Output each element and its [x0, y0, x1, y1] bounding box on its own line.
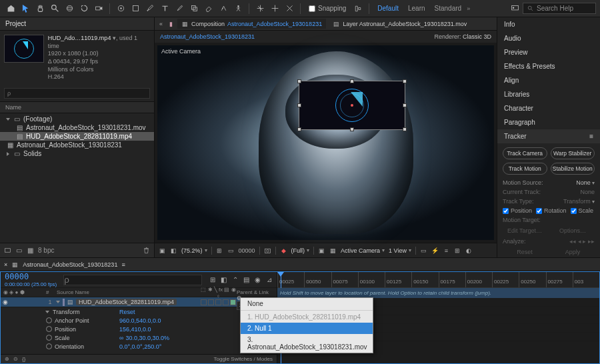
snapping-checkbox[interactable]: Snapping: [309, 5, 346, 12]
bit-depth[interactable]: 8 bpc: [38, 247, 54, 254]
time-ruler[interactable]: 0002500050 0007500100 0012500150 0017500…: [277, 272, 599, 288]
panbehind-tool-icon[interactable]: [114, 2, 127, 15]
shape-tool-icon[interactable]: [129, 2, 142, 15]
alpha-icon[interactable]: ▣: [159, 247, 166, 254]
position-checkbox[interactable]: Position: [503, 207, 532, 214]
folder-solids[interactable]: ▭Solids: [0, 149, 154, 158]
stabilize-motion-button[interactable]: Stabilize Motion: [551, 163, 595, 175]
new-folder-icon[interactable]: ▭: [15, 247, 23, 254]
workspace-standard[interactable]: Standard: [435, 5, 462, 12]
camera-tool-icon[interactable]: [92, 2, 105, 15]
edit-target-button[interactable]: Edit Target…: [503, 226, 547, 235]
orbit-tool-icon[interactable]: [63, 2, 76, 15]
snapshot-icon[interactable]: [264, 247, 271, 254]
draft3d-icon[interactable]: ◧: [170, 247, 177, 254]
comp-item[interactable]: ▦Astronaut_AdobeStock_193018231: [0, 141, 154, 149]
sync-settings-icon[interactable]: [508, 2, 521, 15]
motion-source-dropdown[interactable]: None: [576, 179, 595, 186]
prop-orientation[interactable]: Orientation0.0°,0.0°,250.0°: [1, 342, 277, 351]
help-search[interactable]: Search Help: [523, 3, 596, 14]
project-search-input[interactable]: [4, 88, 150, 99]
hand-tool-icon[interactable]: [33, 2, 47, 15]
apply-button[interactable]: Apply: [551, 247, 595, 257]
layer-tab[interactable]: ▤Layer Astronaut_AdobeStock_193018231.mo…: [329, 19, 471, 29]
track-type-dropdown[interactable]: Transform: [563, 198, 595, 205]
track-camera-button[interactable]: Track Camera: [503, 147, 547, 159]
puppet-tool-icon[interactable]: [231, 2, 245, 15]
flowchart-icon[interactable]: ⊞: [454, 247, 461, 254]
clone-tool-icon[interactable]: [187, 2, 201, 15]
workspace-overflow-icon[interactable]: »: [467, 5, 470, 12]
views-dropdown[interactable]: 1 View: [389, 247, 411, 254]
workspace-default[interactable]: Default: [377, 5, 399, 12]
layer-row-selected[interactable]: ◉ 1 ▤HUD_AdobeStock_282811019.mp4 ⊚ 2. N…: [1, 297, 277, 307]
workspace-learn[interactable]: Learn: [408, 5, 425, 12]
new-comp-icon[interactable]: ▦: [27, 247, 34, 254]
track-motion-button[interactable]: Track Motion: [503, 163, 547, 175]
type-tool-icon[interactable]: [158, 2, 171, 15]
resolution-dropdown[interactable]: (Full): [291, 247, 310, 254]
pixel-aspect-icon[interactable]: ▭: [420, 247, 427, 254]
snap-edge-icon[interactable]: [351, 2, 365, 15]
interpret-icon[interactable]: [4, 247, 11, 254]
panel-audio[interactable]: Audio: [497, 31, 600, 45]
viewer-canvas[interactable]: Active Camera: [157, 45, 494, 240]
transform-group[interactable]: TransformReset: [1, 307, 277, 316]
reset-button[interactable]: Reset: [503, 247, 547, 257]
graph-editor-icon[interactable]: ⊿: [265, 276, 273, 283]
pen-tool-icon[interactable]: [143, 2, 157, 15]
fast-preview-icon[interactable]: ⚡: [431, 247, 439, 254]
layer-search-input[interactable]: [63, 275, 202, 285]
current-timecode[interactable]: 00000: [5, 272, 57, 281]
shy-icon[interactable]: ⌃: [231, 276, 239, 283]
prop-position[interactable]: Position156,410,0.0: [1, 325, 277, 333]
footage-item[interactable]: ▤Astronaut_AdobeStock_193018231.mov: [0, 123, 154, 132]
roto-tool-icon[interactable]: [217, 2, 230, 15]
exposure-icon[interactable]: ◐: [465, 247, 473, 254]
comp-mini-flowchart-icon[interactable]: ⊞: [209, 276, 216, 283]
tab-lock-icon[interactable]: ▮: [167, 20, 175, 27]
prop-anchor[interactable]: Anchor Point960.0,540.0,0.0: [1, 316, 277, 325]
motion-blur-icon[interactable]: ◉: [254, 276, 261, 283]
camera-dropdown[interactable]: Active Camera: [341, 247, 385, 254]
stopwatch-icon[interactable]: [46, 335, 52, 341]
popup-none[interactable]: None: [241, 298, 373, 309]
local-axis-icon[interactable]: [253, 2, 267, 15]
popup-item-selected[interactable]: 2. Null 1: [241, 323, 373, 334]
footage-item-selected[interactable]: ▤HUD_AdobeStock_282811019.mp4: [0, 132, 154, 141]
rotation-tool-icon[interactable]: [77, 2, 91, 15]
brush-tool-icon[interactable]: [173, 2, 186, 15]
warp-stabilizer-button[interactable]: Warp Stabilizer: [551, 147, 595, 159]
toggle-mask-icon[interactable]: ▭: [227, 247, 235, 254]
popup-item[interactable]: 1. HUD_AdobeStock_282811019.mp4: [241, 311, 373, 323]
folder-footage[interactable]: ▭(Footage): [0, 115, 154, 123]
stopwatch-icon[interactable]: [46, 326, 52, 332]
preview-favor-icon[interactable]: ⊞: [216, 247, 223, 254]
options-button[interactable]: Options…: [551, 226, 595, 235]
panel-effects[interactable]: Effects & Presets: [497, 59, 600, 73]
draft3d-icon[interactable]: ◧: [220, 276, 227, 283]
panel-character[interactable]: Character: [497, 101, 600, 115]
scale-checkbox[interactable]: Scale: [571, 207, 594, 214]
panel-align[interactable]: Align: [497, 73, 600, 87]
frame-blend-icon[interactable]: ▤: [243, 276, 250, 283]
view-axis-icon[interactable]: [283, 2, 296, 15]
composition-tab[interactable]: ▦Composition Astronaut_AdobeStock_193018…: [177, 19, 326, 29]
timeline-comp-name[interactable]: Astronaut_AdobeStock_193018231: [23, 261, 117, 268]
stopwatch-icon[interactable]: [46, 317, 52, 323]
stopwatch-icon[interactable]: [46, 343, 52, 349]
eraser-tool-icon[interactable]: [202, 2, 215, 15]
world-axis-icon[interactable]: [268, 2, 281, 15]
tab-prev-icon[interactable]: «: [157, 20, 165, 27]
panel-libraries[interactable]: Libraries: [497, 87, 600, 101]
transparency-grid-icon[interactable]: ▦: [329, 247, 337, 254]
panel-paragraph[interactable]: Paragraph: [497, 115, 600, 129]
popup-item[interactable]: 3. Astronaut_AdobeStock_193018231.mov: [241, 334, 373, 353]
selected-layer-overlay[interactable]: [299, 81, 405, 130]
timeline-icon[interactable]: ≡: [443, 247, 450, 254]
zoom-dropdown[interactable]: (75.2%): [181, 247, 207, 254]
zoom-tool-icon[interactable]: [48, 2, 61, 15]
prop-scale[interactable]: Scale∞30.0,30.0,30.0%: [1, 333, 277, 342]
panel-info[interactable]: Info: [497, 17, 600, 31]
timeline-close-icon[interactable]: ×: [4, 261, 7, 268]
